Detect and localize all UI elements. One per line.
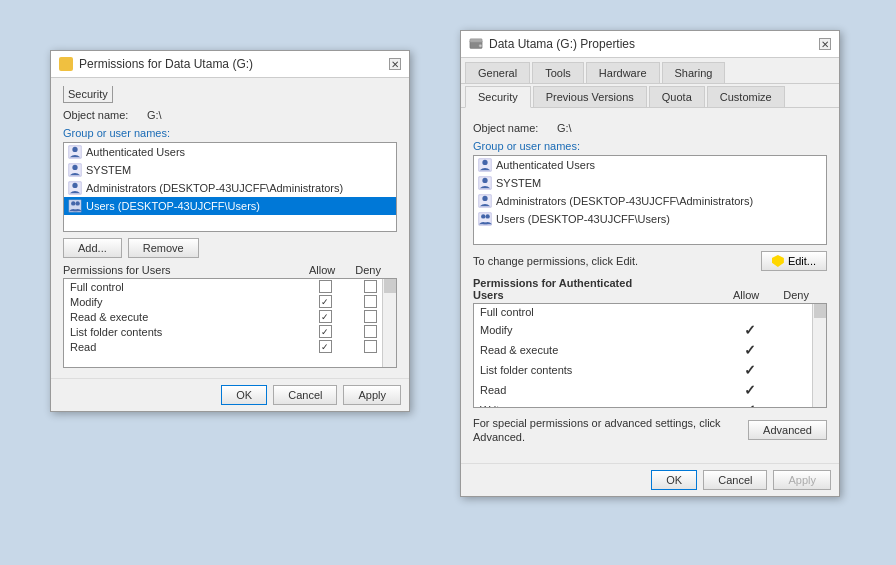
- group-label-2: Group or user names:: [473, 140, 827, 152]
- perm-row-2-5: Write ✓: [474, 400, 826, 408]
- dialog1-footer: OK Cancel Apply: [51, 378, 409, 411]
- user-item-2-1[interactable]: SYSTEM: [474, 174, 826, 192]
- deny-checkbox-1-1[interactable]: [364, 295, 377, 308]
- user-icon-2-3: [478, 212, 492, 226]
- allow-checkbox-1-3[interactable]: [319, 325, 332, 338]
- ok-button-2[interactable]: OK: [651, 470, 697, 490]
- permissions-label-1: Permissions for Users: [63, 264, 171, 276]
- perm-allow-check-1-4[interactable]: [300, 340, 350, 353]
- permissions-dialog: Permissions for Data Utama (G:) ✕ Securi…: [50, 50, 410, 412]
- user-name-1-0: Authenticated Users: [86, 146, 185, 158]
- allow-label-2: Allow: [733, 289, 759, 301]
- deny-label-2: Deny: [783, 289, 809, 301]
- tab-prev-versions[interactable]: Previous Versions: [533, 86, 647, 107]
- title-bar-left-1: Permissions for Data Utama (G:): [59, 57, 253, 71]
- perm-allow-2-4: ✓: [720, 382, 780, 398]
- tab-sharing[interactable]: Sharing: [662, 62, 726, 83]
- perm-for-label2: Users: [473, 289, 504, 301]
- title-bar-2: Data Utama (G:) Properties ✕: [461, 31, 839, 58]
- special-perm-text: For special permissions or advanced sett…: [473, 416, 733, 445]
- user-icon-2-0: [478, 158, 492, 172]
- tab-security[interactable]: Security: [465, 86, 531, 108]
- perm-allow-2-2: ✓: [720, 342, 780, 358]
- dialog2-content: Object name: G:\ Group or user names: Au…: [461, 108, 839, 463]
- user-icon-1-3: [68, 199, 82, 213]
- perm-row-1-2: Read & execute: [64, 309, 396, 324]
- perm-allow-check-1-3[interactable]: [300, 325, 350, 338]
- tab-quota-label: Quota: [662, 91, 692, 103]
- advanced-row: For special permissions or advanced sett…: [473, 412, 827, 449]
- user-item-2-0[interactable]: Authenticated Users: [474, 156, 826, 174]
- svg-point-3: [72, 165, 77, 170]
- security-tab[interactable]: Security: [63, 86, 113, 103]
- perm-row-2-4: Read ✓: [474, 380, 826, 400]
- edit-button[interactable]: Edit...: [761, 251, 827, 271]
- checkmark-2-3: ✓: [744, 362, 756, 378]
- user-item-2-2[interactable]: Administrators (DESKTOP-43UJCFF\Administ…: [474, 192, 826, 210]
- shield-icon: [772, 255, 784, 267]
- dialog2-footer: OK Cancel Apply: [461, 463, 839, 496]
- deny-checkbox-1-4[interactable]: [364, 340, 377, 353]
- scroll-thumb-1[interactable]: [384, 279, 396, 293]
- tab-tools-label: Tools: [545, 67, 571, 79]
- perm-row-2-0: Full control: [474, 304, 826, 320]
- deny-checkbox-1-0[interactable]: [364, 280, 377, 293]
- deny-checkbox-1-2[interactable]: [364, 310, 377, 323]
- user-list-2[interactable]: Authenticated Users SYSTEM: [473, 155, 827, 245]
- tab-customize[interactable]: Customize: [707, 86, 785, 107]
- allow-checkbox-1-4[interactable]: [319, 340, 332, 353]
- apply-button-1[interactable]: Apply: [343, 385, 401, 405]
- advanced-button[interactable]: Advanced: [748, 420, 827, 440]
- cancel-button-2[interactable]: Cancel: [703, 470, 767, 490]
- remove-button-1[interactable]: Remove: [128, 238, 199, 258]
- btn-row-1: Add... Remove: [63, 238, 397, 258]
- scroll-thumb-2[interactable]: [814, 304, 826, 318]
- change-perm-row: To change permissions, click Edit. Edit.…: [473, 251, 827, 271]
- user-list-1[interactable]: Authenticated Users SYSTEM: [63, 142, 397, 232]
- object-name-row-2: Object name: G:\: [473, 122, 827, 134]
- allow-checkbox-1-1[interactable]: [319, 295, 332, 308]
- deny-checkbox-1-3[interactable]: [364, 325, 377, 338]
- tab-tools[interactable]: Tools: [532, 62, 584, 83]
- allow-checkbox-1-2[interactable]: [319, 310, 332, 323]
- perm-row-1-1: Modify: [64, 294, 396, 309]
- title-bar-1: Permissions for Data Utama (G:) ✕: [51, 51, 409, 78]
- user-item-2-3[interactable]: Users (DESKTOP-43UJCFF\Users): [474, 210, 826, 228]
- security-tab-bar: Security: [63, 86, 397, 103]
- allow-checkbox-1-0[interactable]: [319, 280, 332, 293]
- close-button-2[interactable]: ✕: [819, 38, 831, 50]
- svg-point-7: [71, 201, 75, 205]
- scrollbar-1[interactable]: [382, 279, 396, 367]
- add-button-1[interactable]: Add...: [63, 238, 122, 258]
- permissions-header-1: Permissions for Users Allow Deny: [63, 264, 397, 276]
- perm-row-2-2: Read & execute ✓: [474, 340, 826, 360]
- tab-hardware-label: Hardware: [599, 67, 647, 79]
- tab-quota[interactable]: Quota: [649, 86, 705, 107]
- scrollbar-2[interactable]: [812, 304, 826, 407]
- perm-for-label: Permissions for Authenticated: [473, 277, 632, 289]
- perm-row-1-0: Full control: [64, 279, 396, 294]
- tab-prev-versions-label: Previous Versions: [546, 91, 634, 103]
- perm-name-2-0: Full control: [480, 306, 720, 318]
- tab-sharing-label: Sharing: [675, 67, 713, 79]
- apply-button-2[interactable]: Apply: [773, 470, 831, 490]
- object-name-row-1: Object name: G:\: [63, 109, 397, 121]
- user-item-1-1[interactable]: SYSTEM: [64, 161, 396, 179]
- group-label-1: Group or user names:: [63, 127, 397, 139]
- perm-allow-2-5: ✓: [720, 402, 780, 408]
- perm-allow-check-1-1[interactable]: [300, 295, 350, 308]
- ok-button-1[interactable]: OK: [221, 385, 267, 405]
- perm-allow-check-1-2[interactable]: [300, 310, 350, 323]
- user-item-1-3[interactable]: Users (DESKTOP-43UJCFF\Users): [64, 197, 396, 215]
- perm-name-1-2: Read & execute: [70, 311, 300, 323]
- allow-label-1: Allow: [309, 264, 335, 276]
- user-item-1-0[interactable]: Authenticated Users: [64, 143, 396, 161]
- tab-general[interactable]: General: [465, 62, 530, 83]
- tab-hardware[interactable]: Hardware: [586, 62, 660, 83]
- permissions-for-header: Permissions for Authenticated Users Allo…: [473, 277, 827, 301]
- user-item-1-2[interactable]: Administrators (DESKTOP-43UJCFF\Administ…: [64, 179, 396, 197]
- close-button-1[interactable]: ✕: [389, 58, 401, 70]
- cancel-button-1[interactable]: Cancel: [273, 385, 337, 405]
- perm-row-1-4: Read: [64, 339, 396, 354]
- perm-allow-check-1-0[interactable]: [300, 280, 350, 293]
